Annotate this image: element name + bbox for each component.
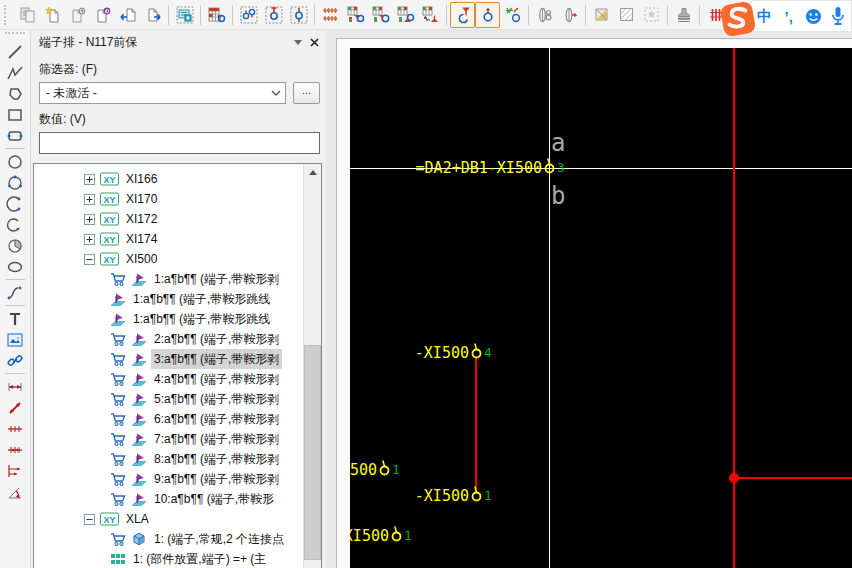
page-previous-button[interactable] — [115, 2, 140, 28]
page-rename-button[interactable] — [90, 2, 115, 28]
table-number-circle-button[interactable] — [368, 2, 393, 28]
sogou-logo[interactable] — [720, 1, 756, 37]
draw-circle-nodes-button[interactable] — [2, 172, 28, 193]
table-number-funnel-button[interactable] — [418, 2, 443, 28]
tree-item-row[interactable]: 3:a¶b¶¶ (端子,带鞍形剥 — [34, 349, 304, 369]
terminal-symbol[interactable] — [390, 525, 403, 546]
select-terminal-pin-button[interactable] — [286, 2, 311, 28]
tree-group-row[interactable]: XYXI172 — [34, 209, 304, 229]
table-filter-up-button[interactable] — [393, 2, 418, 28]
tree-item-row[interactable]: 6:a¶b¶¶ (端子,带鞍形剥 — [34, 409, 304, 429]
table-filter-down-icon — [347, 6, 365, 24]
draw-spline-button[interactable] — [2, 282, 28, 303]
collapse-minus-icon[interactable] — [84, 514, 95, 525]
hatch-area-button[interactable] — [614, 2, 639, 28]
draw-arc-point-button[interactable] — [2, 214, 28, 235]
toolbar-grip[interactable] — [4, 5, 11, 25]
group-disabled-button[interactable] — [639, 2, 664, 28]
draw-polyline-button[interactable] — [2, 62, 28, 83]
toolbar-grip[interactable] — [5, 32, 25, 39]
device-tag-label: -XI500 — [350, 461, 377, 479]
tree-item-row[interactable]: 7:a¶b¶¶ (端子,带鞍形剥 — [34, 429, 304, 449]
terminal-symbol[interactable] — [543, 157, 556, 178]
collapse-minus-icon[interactable] — [84, 254, 95, 265]
terminal-rows-button[interactable] — [318, 2, 343, 28]
balloon-numbering-button[interactable] — [532, 2, 557, 28]
dim-linear-button[interactable] — [2, 376, 28, 397]
draw-line-button[interactable] — [2, 41, 28, 62]
multi-connection-button[interactable] — [500, 2, 525, 28]
sogou-mode-button[interactable]: 中 — [753, 4, 775, 28]
tree-group-row[interactable]: XYXLA — [34, 509, 304, 529]
new-page-button[interactable] — [40, 2, 65, 28]
expand-plus-icon[interactable] — [84, 194, 95, 205]
draw-arc-button[interactable] — [2, 193, 28, 214]
tree-scrollbar[interactable] — [303, 164, 321, 568]
tree-item-row[interactable]: 8:a¶b¶¶ (端子,带鞍形剥 — [34, 449, 304, 469]
picture-insert-button[interactable] — [589, 2, 614, 28]
draw-circle-button[interactable] — [2, 151, 28, 172]
tree-group-row[interactable]: XYXI500 — [34, 249, 304, 269]
terminal-pin-active-button[interactable] — [475, 2, 500, 28]
terminal-strip-icon: XY — [100, 192, 119, 206]
tree-item-row[interactable]: 1: (端子,常规,2 个连接点 — [34, 529, 304, 549]
tree-group-row[interactable]: XYXI166 — [34, 169, 304, 189]
tree-item-row[interactable]: 2:a¶b¶¶ (端子,带鞍形剥 — [34, 329, 304, 349]
filter-select[interactable]: - 未激活 - — [39, 82, 286, 104]
sogou-punct-button[interactable]: ’, — [778, 4, 800, 28]
tree-item-row[interactable]: 1:a¶b¶¶ (端子,带鞍形跳线 — [34, 309, 304, 329]
select-terminals-button[interactable] — [236, 2, 261, 28]
tree-item-row[interactable]: 10:a¶b¶¶ (端子,带鞍形 — [34, 489, 304, 509]
tree-item-row[interactable]: 9:a¶b¶¶ (端子,带鞍形剥 — [34, 469, 304, 489]
drawing-canvas[interactable]: =DA2+DB1-XI500-XI500-XI500-XI500-XI50034… — [350, 48, 852, 568]
terminal-filter-active-button[interactable] — [450, 2, 475, 28]
terminal-symbol[interactable] — [470, 485, 483, 506]
sogou-emoji-button[interactable] — [802, 4, 824, 28]
insert-image-button[interactable] — [2, 329, 28, 350]
draw-rectangle-button[interactable] — [2, 104, 28, 125]
connection-line — [475, 358, 477, 492]
dim-angle-button[interactable] — [2, 481, 28, 502]
page-properties-button[interactable] — [65, 2, 90, 28]
draw-ellipse-button[interactable] — [2, 256, 28, 277]
page-next-button[interactable] — [140, 2, 165, 28]
terminal-symbol[interactable] — [378, 459, 391, 480]
insert-text-button[interactable] — [2, 308, 28, 329]
tree-group-row[interactable]: XYXI174 — [34, 229, 304, 249]
dim-baseline-button[interactable] — [2, 460, 28, 481]
draw-polygon-button[interactable] — [2, 83, 28, 104]
terminal-strip-navigator-button[interactable] — [172, 2, 197, 28]
scroll-up-button[interactable] — [304, 164, 321, 181]
tree-item-row[interactable]: 5:a¶b¶¶ (端子,带鞍形剥 — [34, 389, 304, 409]
tree-item-row[interactable]: 1: (部件放置,端子) =+ (主 — [34, 549, 304, 568]
table-filter-down-button[interactable] — [343, 2, 368, 28]
sogou-mic-button[interactable] — [827, 4, 849, 28]
expand-plus-icon[interactable] — [84, 174, 95, 185]
grid-vline — [549, 48, 550, 568]
dim-continued-button[interactable] — [2, 439, 28, 460]
stamp-tool-button[interactable] — [671, 2, 696, 28]
tree-item-row[interactable]: 1:a¶b¶¶ (端子,带鞍形跳线 — [34, 289, 304, 309]
panel-close-button[interactable] — [306, 34, 322, 50]
terminal-symbol[interactable] — [470, 342, 483, 363]
copy-pages-button[interactable] — [15, 2, 40, 28]
value-input[interactable] — [39, 132, 320, 154]
expand-plus-icon[interactable] — [84, 214, 95, 225]
scroll-thumb[interactable] — [304, 345, 321, 560]
balloon-direction-button[interactable] — [557, 2, 582, 28]
panel-menu-button[interactable] — [290, 34, 306, 50]
dim-aligned-button[interactable] — [2, 397, 28, 418]
tree-item-row[interactable]: 1:a¶b¶¶ (端子,带鞍形剥 — [34, 269, 304, 289]
toolbar-separator — [232, 5, 233, 25]
draw-sector-button[interactable] — [2, 235, 28, 256]
filter-browse-button[interactable]: ... — [293, 82, 320, 104]
device-filter-table-button[interactable] — [204, 2, 229, 28]
tree-group-row[interactable]: XYXI170 — [34, 189, 304, 209]
draw-rounded-rect-button[interactable] — [2, 125, 28, 146]
svg-text:XY: XY — [103, 235, 115, 245]
insert-hyperlink-button[interactable] — [2, 350, 28, 371]
tree-item-row[interactable]: 4:a¶b¶¶ (端子,带鞍形剥 — [34, 369, 304, 389]
expand-plus-icon[interactable] — [84, 234, 95, 245]
dim-chain-button[interactable] — [2, 418, 28, 439]
select-terminal-top-button[interactable] — [261, 2, 286, 28]
